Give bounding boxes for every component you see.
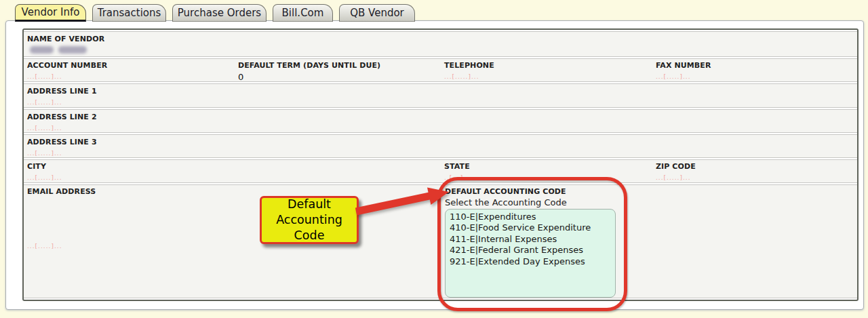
field-label-name-of-vendor: NAME OF VENDOR [24, 32, 857, 43]
tab-transactions[interactable]: Transactions [92, 4, 166, 22]
state-input[interactable]: ..[...].. [444, 174, 470, 181]
field-label-address-line-3: ADDRESS LINE 3 [27, 138, 857, 146]
field-label-fax-number: FAX NUMBER [656, 61, 711, 70]
listbox-option-921-e[interactable]: 921-E|Extended Day Expenses [450, 256, 615, 267]
field-account-number: ACCOUNT NUMBER ...[.....]... [27, 61, 107, 80]
city-input[interactable]: ...[.....]... [27, 174, 62, 181]
field-fax-number: FAX NUMBER ...[.....]... [656, 61, 711, 80]
row-city-state-zip: CITY ...[.....]... STATE ..[...].. ZIP C… [24, 159, 857, 183]
field-email-address: EMAIL ADDRESS [27, 187, 96, 196]
field-city: CITY ...[.....]... [27, 162, 62, 181]
row-address-line-2: ADDRESS LINE 2 ...[.....]... [24, 109, 857, 133]
field-telephone: TELEPHONE ...[.....]... [444, 61, 494, 80]
field-label-default-term: DEFAULT TERM (DAYS UNTIL DUE) [238, 61, 380, 70]
tab-vendor-info[interactable]: Vendor Info [15, 4, 86, 22]
email-address-input[interactable]: ...[.....]... [27, 243, 62, 250]
listbox-option-410-e[interactable]: 410-E|Food Service Expenditure [450, 222, 615, 233]
field-label-zip-code: ZIP CODE [656, 162, 696, 171]
accounting-code-listbox[interactable]: 110-E|Expenditures 410-E|Food Service Ex… [445, 209, 616, 298]
field-label-address-line-1: ADDRESS LINE 1 [27, 87, 857, 96]
listbox-option-411-e[interactable]: 411-E|Internal Expenses [450, 234, 615, 245]
vendor-window: Vendor Info Transactions Purchase Orders… [0, 0, 868, 318]
address-line-1-input[interactable]: ...[.....]... [27, 99, 857, 106]
field-label-telephone: TELEPHONE [444, 61, 494, 70]
zip-code-input[interactable]: ...[.....]... [656, 174, 696, 181]
address-line-2-input[interactable]: ...[.....]... [27, 125, 857, 132]
field-label-default-accounting-code: DEFAULT ACCOUNTING CODE [445, 187, 616, 196]
field-label-state: STATE [444, 162, 470, 171]
tab-bar: Vendor Info Transactions Purchase Orders… [15, 4, 415, 22]
field-default-accounting-code: DEFAULT ACCOUNTING CODE Select the Accou… [445, 187, 616, 298]
address-line-3-input[interactable]: ...[.....]... [27, 150, 857, 157]
account-number-input[interactable]: ...[.....]... [27, 73, 107, 80]
telephone-input[interactable]: ...[.....]... [444, 73, 494, 80]
row-name-of-vendor: NAME OF VENDOR [24, 31, 857, 57]
row-account-term-phone-fax: ACCOUNT NUMBER ...[.....]... DEFAULT TER… [24, 58, 857, 82]
field-zip-code: ZIP CODE ...[.....]... [656, 162, 696, 181]
vendor-form: NAME OF VENDOR ACCOUNT NUMBER ...[.....]… [22, 28, 859, 301]
accounting-code-helper-text: Select the Accounting Code [445, 197, 616, 207]
field-label-city: CITY [27, 162, 62, 171]
redacted-text-blob [58, 46, 87, 54]
listbox-option-110-e[interactable]: 110-E|Expenditures [450, 212, 615, 222]
field-label-address-line-2: ADDRESS LINE 2 [27, 113, 857, 121]
field-default-term: DEFAULT TERM (DAYS UNTIL DUE) 0 [238, 61, 380, 82]
tab-bill-com[interactable]: Bill.Com [273, 4, 333, 22]
default-term-input[interactable]: 0 [238, 72, 380, 82]
row-email-accounting: EMAIL ADDRESS ...[.....]... DEFAULT ACCO… [24, 184, 857, 298]
annotation-callout-box: Default Accounting Code [260, 196, 359, 244]
redacted-text-blob [30, 46, 54, 54]
tab-purchase-orders[interactable]: Purchase Orders [172, 4, 267, 22]
field-state: STATE ..[...].. [444, 162, 470, 181]
row-address-line-3: ADDRESS LINE 3 ...[.....]... [24, 134, 857, 158]
fax-number-input[interactable]: ...[.....]... [656, 73, 711, 80]
row-address-line-1: ADDRESS LINE 1 ...[.....]... [24, 83, 857, 108]
listbox-option-421-e[interactable]: 421-E|Federal Grant Expenses [450, 245, 615, 256]
field-label-email-address: EMAIL ADDRESS [27, 187, 96, 196]
field-label-account-number: ACCOUNT NUMBER [27, 61, 107, 70]
vendor-name-value-redacted[interactable] [30, 46, 87, 54]
tab-qb-vendor[interactable]: QB Vendor [339, 4, 415, 22]
